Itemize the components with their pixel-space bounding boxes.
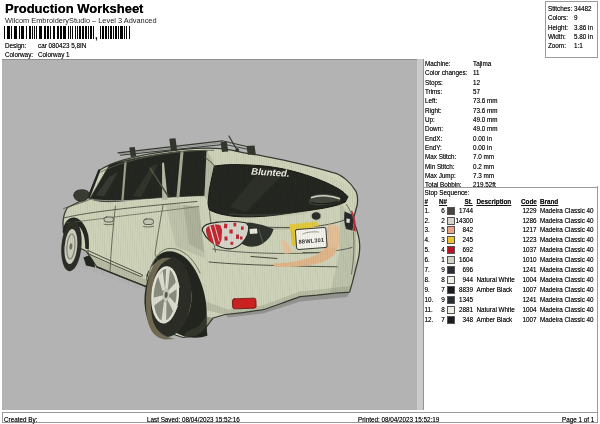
svg-text:,: , [95, 30, 98, 41]
